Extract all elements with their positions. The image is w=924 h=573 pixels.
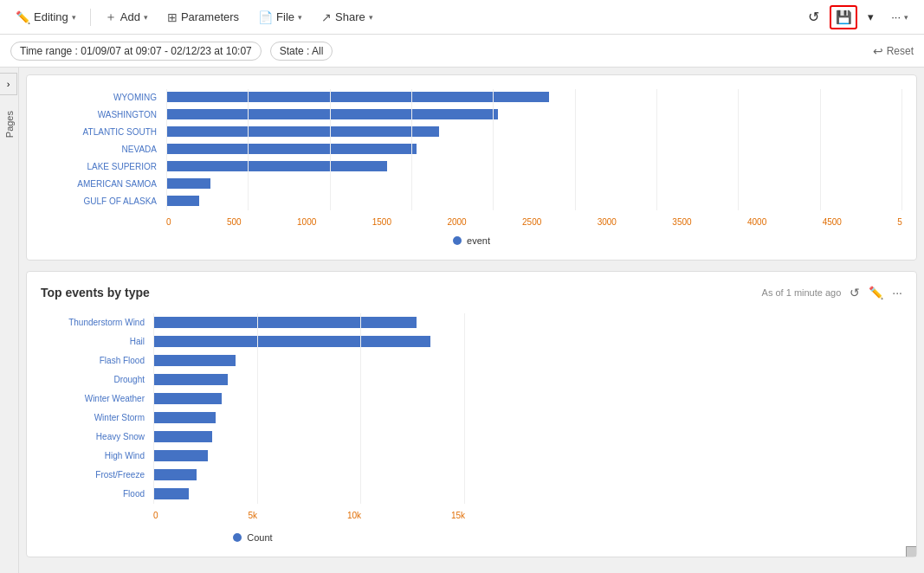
pages-label[interactable]: Pages: [4, 111, 15, 138]
editing-button[interactable]: ✏️ Editing ▾: [9, 7, 83, 28]
x-label-4000: 4000: [747, 217, 766, 227]
undo-icon: ↩: [873, 44, 883, 58]
top-chart-bar-nevada: [166, 141, 902, 157]
file-caret: ▾: [298, 13, 302, 22]
save-button[interactable]: 💾: [830, 5, 857, 29]
bottom-chart-actions: As of 1 minute ago ↺ ✏️ ···: [762, 286, 902, 299]
y-label-drought: Drought: [113, 375, 145, 384]
bottom-chart-refresh-icon[interactable]: ↺: [850, 286, 860, 299]
x-label-0: 0: [166, 217, 171, 227]
editing-caret: ▾: [72, 13, 76, 22]
bottom-chart-edit-icon[interactable]: ✏️: [869, 286, 883, 299]
y-label-thunderstorm: Thunderstorm Wind: [68, 318, 145, 327]
y-label-american-samoa: AMERICAN SAMOA: [41, 179, 162, 189]
top-chart-legend-dot: [453, 236, 462, 245]
y-label-washington: WASHINGTON: [41, 110, 162, 119]
x-label-1500: 1500: [372, 217, 391, 227]
top-chart-legend-label: event: [467, 235, 490, 246]
bottom-chart-legend-dot: [233, 533, 242, 542]
parameters-button[interactable]: ⊞ Parameters: [160, 7, 246, 28]
share-icon: ↗: [321, 10, 332, 24]
y-label-wyoming: WYOMING: [41, 93, 162, 102]
bottom-chart-body: Thunderstorm Wind Hail Flash Flood Droug…: [41, 313, 465, 507]
more-caret: ▾: [904, 13, 908, 22]
parameters-label: Parameters: [181, 10, 239, 23]
time-range-label: Time range : 01/09/07 at 09:07 - 02/12/2…: [20, 45, 252, 57]
chevron-button[interactable]: ▾: [861, 7, 881, 27]
time-range-filter[interactable]: Time range : 01/09/07 at 09:07 - 02/12/2…: [10, 42, 262, 61]
top-chart-bar-atlantic-south: [166, 124, 902, 139]
state-filter[interactable]: State : All: [270, 42, 333, 61]
editing-label: Editing: [34, 10, 68, 23]
top-chart-bar-lake-superior: [166, 158, 902, 174]
bottom-chart-more-icon[interactable]: ···: [892, 286, 902, 299]
bottom-chart-header: Top events by type As of 1 minute ago ↺ …: [41, 286, 902, 299]
add-label: Add: [120, 10, 140, 23]
pages-sidebar: › Pages: [0, 68, 19, 573]
bottom-chart-legend-label: Count: [247, 532, 272, 543]
top-chart-legend: event: [41, 235, 902, 246]
bottom-chart-y-labels: Thunderstorm Wind Hail Flash Flood Droug…: [41, 313, 150, 504]
save-icon: 💾: [836, 10, 852, 25]
bar-hail: [153, 332, 465, 350]
edit-icon: ✏️: [16, 10, 30, 24]
share-label: Share: [335, 10, 365, 23]
top-chart-panel: WYOMING WASHINGTON ATLANTIC SOUTH NEVADA…: [26, 74, 917, 261]
y-label-frost-freeze: Frost/Freeze: [95, 470, 145, 480]
y-label-heavy-snow: Heavy Snow: [96, 432, 145, 441]
chevron-down-icon: ▾: [868, 10, 874, 23]
filter-bar-right: ↩ Reset: [873, 44, 914, 58]
y-label-flash-flood: Flash Flood: [100, 356, 145, 365]
divider-1: [90, 9, 91, 26]
bar-drought: [153, 370, 465, 388]
scroll-area[interactable]: WYOMING WASHINGTON ATLANTIC SOUTH NEVADA…: [19, 68, 924, 573]
y-label-atlantic-south: ATLANTIC SOUTH: [41, 127, 162, 137]
share-caret: ▾: [369, 13, 373, 22]
add-button[interactable]: ＋ Add ▾: [98, 6, 155, 29]
bottom-x-label-10k: 10k: [347, 511, 361, 520]
top-chart-bar-american-samoa: [166, 176, 902, 191]
y-label-high-wind: High Wind: [105, 451, 145, 460]
file-button[interactable]: 📄 File ▾: [251, 7, 309, 28]
more-icon: ···: [891, 10, 901, 23]
bottom-chart-legend: Count: [41, 532, 465, 543]
x-label-3500: 3500: [672, 217, 691, 227]
top-chart-bars: WYOMING WASHINGTON ATLANTIC SOUTH NEVADA…: [41, 89, 902, 214]
add-icon: ＋: [105, 10, 117, 25]
bar-winter-weather: [153, 390, 465, 407]
refresh-button[interactable]: ↺: [801, 5, 826, 29]
y-label-winter-weather: Winter Weather: [85, 394, 145, 403]
top-chart-bar-washington: [166, 106, 902, 122]
filter-bar: Time range : 01/09/07 at 09:07 - 02/12/2…: [0, 35, 924, 68]
y-label-winter-storm: Winter Storm: [94, 413, 145, 422]
pages-toggle-button[interactable]: ›: [0, 73, 17, 95]
top-chart-bar-gulf-alaska: [166, 193, 902, 209]
x-label-1000: 1000: [297, 217, 316, 227]
toolbar: ✏️ Editing ▾ ＋ Add ▾ ⊞ Parameters 📄 File…: [0, 0, 924, 35]
more-button[interactable]: ··· ▾: [884, 7, 915, 27]
file-label: File: [276, 10, 294, 23]
x-label-2500: 2500: [522, 217, 541, 227]
main-content: › Pages WYOMING WASHINGTON ATLANTIC SOUT…: [0, 68, 924, 573]
reset-button[interactable]: ↩ Reset: [873, 44, 914, 58]
top-chart-y-labels: WYOMING WASHINGTON ATLANTIC SOUTH NEVADA…: [41, 89, 162, 210]
parameters-icon: ⊞: [167, 10, 178, 24]
bottom-chart-panel: Top events by type As of 1 minute ago ↺ …: [26, 271, 917, 557]
x-label-2000: 2000: [447, 217, 466, 227]
bar-flood: [153, 485, 465, 502]
bottom-chart-x-axis: 0 5k 10k 15k: [41, 511, 465, 520]
bar-winter-storm: [153, 409, 465, 426]
add-caret: ▾: [144, 13, 148, 22]
x-label-3000: 3000: [598, 217, 617, 227]
bar-flash-flood: [153, 351, 465, 369]
bar-high-wind: [153, 447, 465, 464]
state-label: State : All: [280, 45, 324, 57]
x-label-5: 5: [897, 217, 902, 227]
refresh-icon: ↺: [808, 9, 819, 25]
bottom-x-label-15k: 15k: [451, 511, 465, 520]
share-button[interactable]: ↗ Share ▾: [314, 7, 380, 28]
resize-handle[interactable]: [906, 546, 916, 557]
reset-label: Reset: [887, 45, 914, 57]
bar-frost-freeze: [153, 466, 465, 483]
top-chart-bar-wyoming: [166, 89, 902, 105]
